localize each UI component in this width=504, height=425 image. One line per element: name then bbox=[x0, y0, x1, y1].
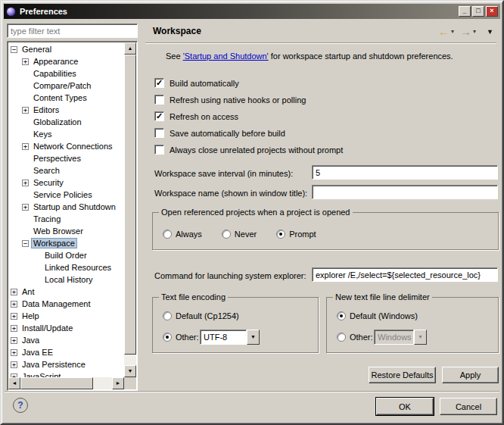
scroll-down-icon[interactable]: ▼ bbox=[124, 365, 136, 377]
minimize-button[interactable]: _ bbox=[459, 6, 471, 17]
checkbox-label: Refresh on access bbox=[170, 112, 238, 121]
apply-button[interactable]: Apply bbox=[442, 367, 499, 383]
expand-icon[interactable]: + bbox=[11, 349, 17, 356]
radio-icon bbox=[337, 333, 346, 342]
expand-icon[interactable]: + bbox=[11, 337, 17, 344]
window-controls: _ □ × bbox=[457, 6, 498, 17]
tree-item-local-history[interactable]: Local History bbox=[8, 273, 124, 286]
expand-icon[interactable]: + bbox=[11, 361, 17, 368]
tree-item-tracing[interactable]: Tracing bbox=[8, 213, 124, 225]
delimiter-default-option[interactable]: Default (Windows) bbox=[337, 311, 418, 320]
scroll-left-icon[interactable]: ◄ bbox=[8, 377, 20, 389]
expand-icon[interactable]: + bbox=[22, 58, 29, 65]
tree-item-service-policies[interactable]: Service Policies bbox=[8, 189, 124, 201]
tree-horizontal-scrollbar[interactable]: ◄ ► bbox=[8, 377, 124, 389]
tree-item-appearance[interactable]: +Appearance bbox=[8, 55, 124, 67]
tree-item-javascript[interactable]: +JavaScript bbox=[8, 370, 124, 377]
tree-item-label: Help bbox=[20, 311, 42, 321]
expand-icon[interactable]: + bbox=[11, 289, 17, 295]
forward-history-dropdown-icon[interactable]: ▾ bbox=[473, 28, 476, 35]
radio-label: Never bbox=[235, 230, 257, 239]
encoding-default-option[interactable]: Default (Cp1254) bbox=[163, 311, 239, 320]
vertical-scrollbar-thumb[interactable] bbox=[124, 55, 136, 355]
tree-item-install-update[interactable]: +Install/Update bbox=[8, 322, 124, 334]
tree-item-workspace[interactable]: −Workspace bbox=[8, 237, 124, 249]
radio-always[interactable]: Always bbox=[163, 230, 202, 239]
cancel-button[interactable]: Cancel bbox=[440, 398, 497, 415]
back-history-dropdown-icon[interactable]: ▾ bbox=[451, 28, 454, 35]
tree-item-label: Compare/Patch bbox=[31, 80, 93, 91]
expand-icon[interactable]: + bbox=[11, 301, 17, 308]
radio-never[interactable]: Never bbox=[222, 230, 257, 239]
forward-icon[interactable]: → bbox=[460, 25, 471, 38]
checkbox-always-close-unrelated-projects-without-prompt[interactable]: Always close unrelated projects without … bbox=[154, 145, 343, 155]
explorer-command-input[interactable] bbox=[312, 267, 498, 282]
checkbox-refresh-using-native-hooks-or-polling[interactable]: Refresh using native hooks or polling bbox=[154, 95, 343, 105]
text-file-encoding-group: Text file encoding Default (Cp1254) Othe… bbox=[152, 297, 319, 353]
tree-item-java[interactable]: +Java bbox=[8, 334, 124, 346]
delimiter-other-option[interactable]: Other: bbox=[337, 333, 373, 342]
tree-item-linked-resources[interactable]: Linked Resources bbox=[8, 261, 124, 273]
tree-vertical-scrollbar[interactable]: ▲ ▼ bbox=[124, 42, 136, 377]
startup-shutdown-link[interactable]: 'Startup and Shutdown' bbox=[183, 52, 269, 61]
expand-icon[interactable]: + bbox=[22, 180, 29, 186]
checkbox-label: Always close unrelated projects without … bbox=[170, 145, 343, 155]
titlebar[interactable]: Preferences _ □ × bbox=[4, 4, 500, 19]
encoding-other-option[interactable]: Other: bbox=[163, 333, 199, 342]
tree-item-help[interactable]: +Help bbox=[8, 310, 124, 322]
tree-item-general[interactable]: −General bbox=[8, 43, 124, 55]
tree-item-globalization[interactable]: Globalization bbox=[8, 116, 124, 128]
horizontal-scrollbar-thumb[interactable] bbox=[20, 377, 93, 389]
open-referenced-radio-group: AlwaysNeverPrompt bbox=[163, 230, 316, 239]
restore-defaults-button[interactable]: Restore Defaults bbox=[369, 367, 436, 383]
tree-item-network-connections[interactable]: +Network Connections bbox=[8, 140, 124, 152]
expand-icon[interactable]: + bbox=[22, 143, 29, 150]
tree-item-compare-patch[interactable]: Compare/Patch bbox=[8, 80, 124, 92]
filter-input[interactable] bbox=[7, 23, 138, 38]
expand-icon[interactable]: + bbox=[11, 325, 17, 332]
tree-item-content-types[interactable]: Content Types bbox=[8, 92, 124, 104]
maximize-button[interactable]: □ bbox=[472, 6, 484, 17]
back-icon[interactable]: ← bbox=[438, 25, 450, 38]
tree-item-editors[interactable]: +Editors bbox=[8, 104, 124, 116]
encoding-combo[interactable]: UTF-8 ▼ bbox=[200, 330, 260, 345]
tree-item-label: Perspectives bbox=[31, 153, 83, 164]
tree-item-web-browser[interactable]: Web Browser bbox=[8, 225, 124, 237]
help-button[interactable]: ? bbox=[13, 398, 28, 413]
checkbox-refresh-on-access[interactable]: ✓Refresh on access bbox=[154, 111, 343, 121]
checkbox-save-automatically-before-build[interactable]: Save automatically before build bbox=[154, 128, 343, 138]
checkbox-build-automatically[interactable]: ✓Build automatically bbox=[154, 78, 343, 88]
radio-prompt[interactable]: Prompt bbox=[276, 230, 316, 239]
scroll-up-icon[interactable]: ▲ bbox=[124, 42, 136, 55]
tree-item-build-order[interactable]: Build Order bbox=[8, 249, 124, 261]
tree-item-keys[interactable]: Keys bbox=[8, 128, 124, 140]
tree-item-java-ee[interactable]: +Java EE bbox=[8, 346, 124, 358]
tree-item-label: Security bbox=[31, 177, 66, 188]
save-interval-input[interactable] bbox=[312, 165, 498, 180]
expand-icon[interactable]: + bbox=[11, 313, 17, 320]
scroll-right-icon[interactable]: ► bbox=[112, 377, 124, 389]
collapse-icon[interactable]: − bbox=[11, 46, 17, 53]
ok-button[interactable]: OK bbox=[376, 398, 434, 415]
tree-item-java-persistence[interactable]: +Java Persistence bbox=[8, 358, 124, 370]
open-referenced-group-title: Open referenced projects when a project … bbox=[159, 208, 353, 217]
tree-item-capabilities[interactable]: Capabilities bbox=[8, 67, 124, 80]
close-button[interactable]: × bbox=[486, 6, 498, 17]
tree-item-startup-and-shutdown[interactable]: +Startup and Shutdown bbox=[8, 201, 124, 213]
expand-icon[interactable]: + bbox=[22, 204, 29, 211]
tree-item-label: Ant bbox=[20, 286, 37, 297]
tree-item-label: Local History bbox=[42, 274, 95, 285]
tree-item-search[interactable]: Search bbox=[8, 164, 124, 177]
workspace-checkbox-list: ✓Build automaticallyRefresh using native… bbox=[154, 78, 343, 161]
checkbox-unchecked-icon bbox=[154, 95, 164, 105]
workspace-name-input[interactable] bbox=[312, 185, 498, 199]
tree-item-security[interactable]: +Security bbox=[8, 177, 124, 189]
view-menu-icon[interactable]: ▼ bbox=[487, 28, 493, 36]
tree-item-ant[interactable]: +Ant bbox=[8, 286, 124, 298]
combo-dropdown-icon[interactable]: ▼ bbox=[247, 330, 260, 345]
tree-item-data-management[interactable]: +Data Management bbox=[8, 298, 124, 310]
collapse-icon[interactable]: − bbox=[22, 240, 29, 247]
checkbox-label: Refresh using native hooks or polling bbox=[170, 95, 306, 105]
tree-item-perspectives[interactable]: Perspectives bbox=[8, 152, 124, 164]
expand-icon[interactable]: + bbox=[22, 107, 29, 114]
